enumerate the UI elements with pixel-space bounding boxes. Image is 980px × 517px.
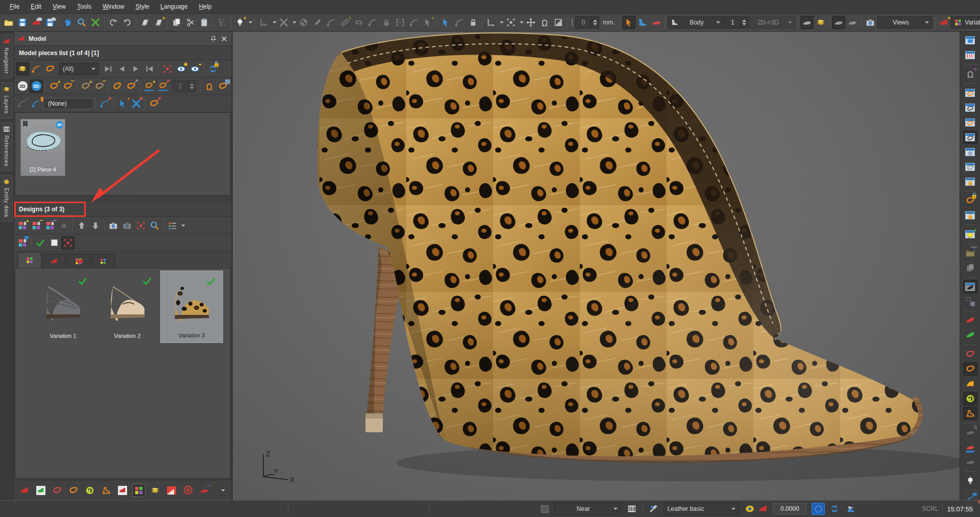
sole-gray-button[interactable] [963,455,977,469]
preview-magnifier-button[interactable] [148,219,161,232]
pattern-window-button[interactable] [963,48,977,62]
piece-red-blue-button[interactable] [963,348,977,361]
measure-checkbox[interactable] [572,19,573,27]
piece-open-button[interactable] [51,484,64,497]
piece-add-gray-button[interactable]: + [79,80,92,93]
sole-red-blue-button[interactable] [963,440,977,454]
wedge-orange-button[interactable] [963,377,977,390]
shoe-s-button[interactable]: s [756,503,770,515]
variation-3-card[interactable]: Variation 3 [160,270,223,343]
piece-export-arrow-button[interactable]: ➚ [148,97,161,110]
shoe-palette-button[interactable] [132,484,145,497]
design-collapse-button[interactable] [57,219,70,232]
delete-brackets-button[interactable] [134,219,148,232]
save-button[interactable] [16,16,29,29]
redo-button[interactable] [120,16,134,29]
curve-tool-button[interactable] [453,16,466,29]
lightbulb-dropdown[interactable] [249,21,253,23]
shoe-import-box-button[interactable] [34,484,47,497]
value-field[interactable]: 0.0000 [773,503,806,514]
piece-card[interactable]: ⛓ 3D [2] Piece 4 [20,119,65,176]
designs-move-down-button[interactable] [89,219,102,232]
shoe-box-import-button[interactable] [116,484,129,497]
last-blue-button[interactable] [636,16,649,29]
shoe-light-button[interactable] [846,16,859,29]
pan-hand-button[interactable] [61,16,75,29]
mode-2d3d-select[interactable]: 2D->3D [749,16,796,29]
variation-1-card[interactable]: Variation 1 [32,270,94,343]
eraser-add-button[interactable]: + [152,16,165,29]
design-add-button[interactable]: + [16,219,29,232]
snapshot-camera-button[interactable] [107,219,120,232]
pieces-stack-button[interactable] [16,62,29,76]
folder-camera-button[interactable]: 📷 [963,247,977,260]
s-curve-button[interactable] [215,16,229,29]
piece-window-orange-button[interactable] [963,86,977,100]
sync-arrows-button[interactable] [828,503,841,515]
piece-window-orange-2-button[interactable] [963,116,977,129]
stop-square-button[interactable] [47,236,61,250]
eraser-button[interactable] [138,16,152,29]
list-view-dropdown[interactable] [181,225,185,227]
measure-spinner[interactable]: 0 [575,16,599,29]
nodes-delete-button[interactable]: ✕ [130,97,143,110]
tab-navigator[interactable]: Navigator [1,35,13,79]
tab-shoe[interactable] [42,254,66,268]
design-duplicate-button[interactable]: − [43,219,57,232]
sole-corner-button[interactable] [165,484,178,497]
lock-window-large-button[interactable] [963,209,977,222]
piece-add-blue-button[interactable]: + [142,80,156,93]
piece-list-button[interactable] [43,62,57,76]
barcode-button[interactable] [625,503,639,515]
design-remove-button[interactable]: − [30,219,43,232]
shoe-list-button[interactable] [18,484,31,497]
zoom-magnifier-button[interactable] [75,16,88,29]
zoom-selection-button[interactable] [161,62,174,76]
lightbulb-add-button[interactable]: + [233,16,247,29]
x-nodes-dropdown[interactable] [292,21,297,23]
shoe-red-button[interactable] [963,314,977,327]
assign-none-field[interactable]: (None) [43,98,93,109]
arrow-add-button[interactable]: + [421,16,434,29]
piece-remove-button[interactable]: − [61,80,75,93]
lightbulb-button[interactable] [963,474,977,487]
views-select[interactable]: Views [877,16,933,29]
piece-points-button[interactable] [111,80,124,93]
body-select[interactable]: Body [668,16,724,29]
piece-lock-arrow-button[interactable]: 🔒 [963,194,977,207]
link-chain-button[interactable] [352,16,365,29]
curve-point-button[interactable] [366,16,379,29]
nav-next-button[interactable] [129,62,142,76]
squares-swap-button[interactable] [963,295,977,308]
shoe-cloud-upload-button[interactable] [30,16,43,29]
dashed-circle-active-button[interactable] [812,503,825,515]
curve-node-button[interactable] [325,16,338,29]
paste-button[interactable] [198,16,211,29]
render-checkbox[interactable] [541,505,549,513]
curve-arrow-button[interactable] [407,16,421,29]
material-select[interactable]: Leather basic [664,503,739,515]
tab-references[interactable]: References [1,122,13,171]
half-square-button[interactable] [552,16,565,29]
variation-2-card[interactable]: Variation 2 [96,270,159,343]
lock-window-button[interactable] [963,175,977,188]
copy-button[interactable] [170,16,183,29]
center-dropdown[interactable] [520,21,524,23]
sole-layers-button[interactable] [814,16,827,29]
heel-orange-pressed-button[interactable] [963,407,977,420]
tab-color-dots[interactable] [91,254,115,268]
open-folder-button[interactable] [2,16,15,29]
shoe-photo-window-button[interactable] [963,280,977,293]
panels-window-button[interactable] [963,34,977,47]
shoe-dots-button[interactable]: ⋯ [198,484,211,497]
scissors-button[interactable] [184,16,197,29]
cube-window-button[interactable] [963,145,977,159]
list-view-button[interactable] [166,219,179,232]
menu-window[interactable]: Window [97,1,130,12]
piece-pen-button[interactable] [30,62,43,76]
undo-button[interactable] [107,16,120,29]
snapshot-camera-gray-button[interactable] [120,219,134,232]
center-square-button[interactable] [504,16,518,29]
pieces-group-button[interactable] [203,80,216,93]
piece-count-spinner[interactable]: 1 [724,16,748,29]
